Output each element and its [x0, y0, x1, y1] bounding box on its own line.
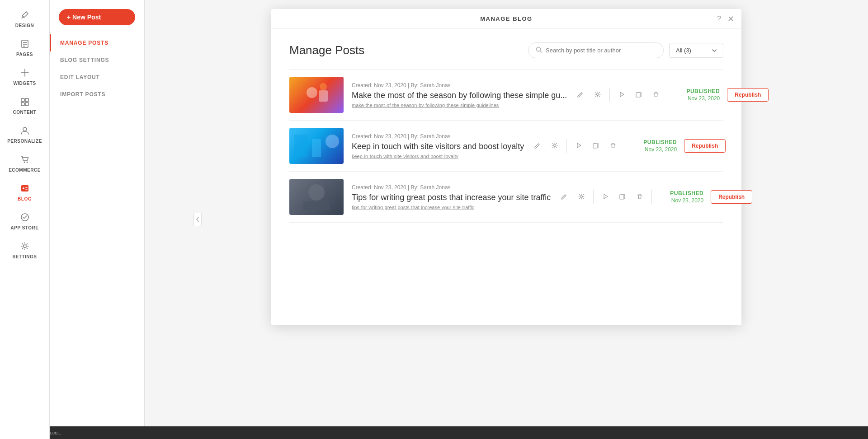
post-thumbnail-3: [289, 179, 344, 215]
modal-close-button[interactable]: ✕: [727, 14, 734, 24]
separator-right-1: [668, 88, 668, 102]
sidebar-item-ecommerce[interactable]: ECOMMERCE: [0, 149, 49, 178]
svg-rect-32: [303, 201, 330, 210]
settings-icon: [20, 241, 30, 252]
post-action-icons-2: [532, 140, 560, 152]
sidebar-item-personalize[interactable]: PERSONALIZE: [0, 120, 49, 149]
settings-post-3-button[interactable]: [576, 191, 587, 203]
republish-post-1-button[interactable]: Republish: [727, 88, 769, 102]
republish-post-2-button[interactable]: Republish: [684, 139, 726, 153]
post-title-2: Keep in touch with site visitors and boo…: [352, 142, 524, 151]
sidebar-item-widgets[interactable]: WIDGETS: [0, 62, 49, 91]
sidebar-item-design[interactable]: DESIGN: [0, 5, 49, 33]
pages-icon: [20, 39, 30, 50]
svg-marker-34: [604, 194, 608, 199]
content-icon: [20, 97, 30, 108]
post-info-2: Created: Nov 23, 2020 | By: Sarah Jonas …: [352, 133, 524, 159]
main-area: MANAGE BLOG ? ✕ Manage Posts: [145, 0, 868, 439]
post-action-icons-right-1: [616, 89, 661, 101]
post-thumbnail-1: [289, 77, 344, 113]
settings-post-2-button[interactable]: [549, 140, 560, 152]
duplicate-post-2-button[interactable]: [590, 140, 601, 152]
sidebar-item-settings[interactable]: SETTINGS: [0, 236, 49, 265]
post-slug-1[interactable]: make-the-most-of-the-season-by-following…: [352, 103, 567, 108]
post-slug-3[interactable]: tips-for-writing-great-posts-that-increa…: [352, 205, 551, 210]
sidebar-item-content[interactable]: CONTENT: [0, 91, 49, 120]
filter-dropdown[interactable]: All (3): [669, 43, 723, 58]
ecommerce-icon: [20, 154, 30, 166]
svg-rect-26: [312, 139, 321, 157]
table-row: Created: Nov 23, 2020 | By: Sarah Jonas …: [289, 172, 723, 223]
panel-menu-import-posts[interactable]: IMPORT POSTS: [50, 86, 144, 103]
table-row: Created: Nov 23, 2020 | By: Sarah Jonas …: [289, 69, 723, 121]
post-action-icons-3: [559, 191, 587, 203]
post-info-3: Created: Nov 23, 2020 | By: Sarah Jonas …: [352, 184, 551, 210]
svg-rect-20: [319, 90, 328, 102]
svg-point-11: [24, 162, 25, 163]
svg-point-33: [580, 195, 583, 197]
sidebar-item-app-store-label: APP STORE: [11, 225, 39, 230]
separator-right-3: [651, 190, 652, 204]
svg-rect-30: [593, 144, 597, 148]
post-title-1: Make the most of the season by following…: [352, 91, 567, 100]
sidebar-item-design-label: DESIGN: [15, 23, 34, 28]
post-date-3: Nov 23, 2020: [671, 197, 703, 204]
delete-post-2-button[interactable]: [608, 140, 618, 152]
panel-menu-blog-settings[interactable]: BLOG SETTINGS: [50, 51, 144, 69]
search-input[interactable]: [546, 47, 656, 54]
svg-rect-6: [21, 98, 24, 102]
panel-menu-manage-posts[interactable]: MANAGE POSTS: [50, 34, 144, 51]
post-list: Created: Nov 23, 2020 | By: Sarah Jonas …: [289, 69, 723, 223]
post-actions-2: PUBLISHED Nov 23, 2020 Republish: [532, 139, 726, 153]
svg-marker-29: [577, 143, 581, 148]
blog-icon: [20, 183, 30, 195]
duplicate-post-1-button[interactable]: [633, 89, 644, 101]
post-actions-3: PUBLISHED Nov 23, 2020 Republish: [559, 190, 752, 204]
play-post-1-button[interactable]: [616, 89, 627, 101]
status-bar: Waiting for my.duda.co...: [0, 426, 868, 439]
delete-post-3-button[interactable]: [634, 191, 645, 203]
panel-collapse-button[interactable]: [193, 213, 202, 226]
edit-post-3-button[interactable]: [559, 191, 570, 203]
post-thumbnail-image-2: [289, 128, 344, 164]
panel-menu-edit-layout[interactable]: EDIT LAYOUT: [50, 69, 144, 86]
post-thumbnail-2: [289, 128, 344, 164]
post-status-2: PUBLISHED: [643, 139, 677, 145]
svg-point-27: [326, 135, 339, 148]
post-status-block-2: PUBLISHED Nov 23, 2020: [632, 139, 677, 153]
sidebar-item-blog[interactable]: BLOG: [0, 178, 49, 207]
edit-post-2-button[interactable]: [532, 140, 543, 152]
play-post-2-button[interactable]: [573, 140, 584, 152]
svg-point-10: [23, 127, 27, 131]
sidebar-item-app-store[interactable]: APP STORE: [0, 207, 49, 236]
post-meta-2: Created: Nov 23, 2020 | By: Sarah Jonas: [352, 133, 524, 140]
svg-point-28: [554, 144, 556, 146]
personalize-icon: [20, 126, 30, 137]
new-post-button[interactable]: + New Post: [59, 9, 135, 25]
post-action-icons-right-2: [573, 140, 618, 152]
duplicate-post-3-button[interactable]: [617, 191, 628, 203]
post-status-1: PUBLISHED: [686, 88, 720, 94]
play-post-3-button[interactable]: [600, 191, 611, 203]
manage-posts-title: Manage Posts: [289, 43, 364, 57]
republish-post-3-button[interactable]: Republish: [711, 190, 752, 204]
sidebar-item-pages[interactable]: PAGES: [0, 33, 49, 62]
post-slug-2[interactable]: keep-in-touch-with-site-visitors-and-boo…: [352, 154, 524, 159]
edit-post-1-button[interactable]: [575, 89, 586, 101]
svg-line-18: [540, 51, 542, 53]
filter-label: All (3): [676, 47, 691, 54]
separator-3: [593, 190, 594, 204]
post-status-3: PUBLISHED: [670, 190, 703, 196]
table-row: Created: Nov 23, 2020 | By: Sarah Jonas …: [289, 121, 723, 172]
sidebar-item-blog-label: BLOG: [18, 196, 32, 201]
sidebar-item-widgets-label: WIDGETS: [13, 81, 36, 86]
sidebar-item-personalize-label: PERSONALIZE: [7, 139, 42, 144]
settings-post-1-button[interactable]: [592, 89, 603, 101]
sidebar-item-ecommerce-label: ECOMMERCE: [9, 168, 41, 173]
svg-point-22: [597, 93, 599, 95]
post-thumbnail-image-3: [289, 179, 344, 215]
modal-help-button[interactable]: ?: [717, 15, 721, 23]
post-action-icons-right-3: [600, 191, 645, 203]
sidebar-item-settings-label: SETTINGS: [12, 254, 37, 259]
delete-post-1-button[interactable]: [651, 89, 661, 101]
